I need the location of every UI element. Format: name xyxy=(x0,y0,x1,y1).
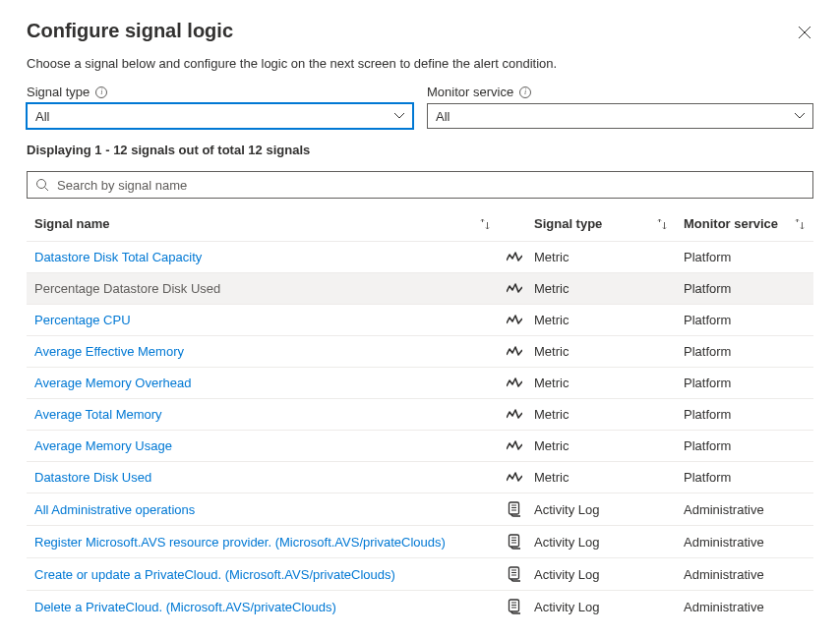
monitor-service-cell: Platform xyxy=(676,368,813,399)
metric-icon xyxy=(507,440,526,452)
metric-icon xyxy=(507,472,526,484)
monitor-service-cell: Platform xyxy=(676,336,813,368)
signal-name-link[interactable]: Average Memory Usage xyxy=(34,438,172,453)
signal-type-cell: Metric xyxy=(526,399,676,431)
panel-title: Configure signal logic xyxy=(27,20,233,42)
signal-type-value: All xyxy=(35,109,49,124)
table-row[interactable]: Datastore Disk Total CapacityMetricPlatf… xyxy=(27,242,813,273)
chevron-down-icon xyxy=(795,113,805,119)
monitor-service-select[interactable]: All xyxy=(427,103,813,129)
chevron-down-icon xyxy=(394,113,404,119)
monitor-service-cell: Platform xyxy=(676,462,813,493)
metric-icon xyxy=(507,252,526,263)
column-header-monitor[interactable]: Monitor service xyxy=(676,206,813,242)
table-row[interactable]: Average Memory UsageMetricPlatform xyxy=(27,431,813,462)
monitor-service-cell: Platform xyxy=(676,305,813,336)
monitor-service-label: Monitor service xyxy=(427,85,513,99)
signal-name-link[interactable]: Average Effective Memory xyxy=(34,344,184,359)
signal-type-cell: Activity Log xyxy=(526,493,676,526)
table-row[interactable]: Datastore Disk UsedMetricPlatform xyxy=(27,462,813,493)
monitor-service-cell: Administrative xyxy=(676,558,813,591)
signal-type-cell: Metric xyxy=(526,242,676,273)
table-row[interactable]: Average Memory OverheadMetricPlatform xyxy=(27,368,813,399)
signal-name-link[interactable]: Delete a PrivateCloud. (Microsoft.AVS/pr… xyxy=(34,600,336,614)
signal-type-cell: Metric xyxy=(526,462,676,493)
close-button[interactable] xyxy=(796,24,813,44)
svg-line-1 xyxy=(45,188,49,192)
column-header-name[interactable]: Signal name xyxy=(27,206,499,242)
column-header-type-label: Signal type xyxy=(534,216,602,231)
signal-type-label: Signal type xyxy=(27,85,90,99)
table-row[interactable]: Percentage CPUMetricPlatform xyxy=(27,305,813,336)
signal-name-link[interactable]: Average Total Memory xyxy=(34,407,162,422)
monitor-service-cell: Platform xyxy=(676,431,813,462)
monitor-service-cell: Administrative xyxy=(676,493,813,526)
monitor-service-cell: Administrative xyxy=(676,526,813,558)
table-row[interactable]: Average Total MemoryMetricPlatform xyxy=(27,399,813,431)
displaying-count: Displaying 1 - 12 signals out of total 1… xyxy=(27,143,813,157)
signal-type-cell: Metric xyxy=(526,273,676,305)
signal-name-link[interactable]: Average Memory Overhead xyxy=(34,376,191,390)
signal-name-link[interactable]: Percentage CPU xyxy=(34,313,131,327)
signal-type-cell: Metric xyxy=(526,368,676,399)
signal-type-cell: Activity Log xyxy=(526,591,676,623)
signal-name-link[interactable]: Create or update a PrivateCloud. (Micros… xyxy=(34,567,395,582)
sort-icon xyxy=(794,218,806,230)
monitor-service-cell: Platform xyxy=(676,399,813,431)
signal-type-select[interactable]: All xyxy=(27,103,413,129)
activity-log-icon xyxy=(507,599,526,614)
signal-name-link[interactable]: Datastore Disk Used xyxy=(34,470,151,485)
column-header-name-label: Signal name xyxy=(34,216,110,231)
sort-icon xyxy=(479,218,491,230)
signal-name-link[interactable]: Register Microsoft.AVS resource provider… xyxy=(34,535,446,550)
info-icon[interactable]: i xyxy=(95,87,107,98)
table-row[interactable]: Average Effective MemoryMetricPlatform xyxy=(27,336,813,368)
monitor-service-cell: Platform xyxy=(676,273,813,305)
metric-icon xyxy=(507,283,526,295)
close-icon xyxy=(798,26,811,39)
monitor-service-cell: Administrative xyxy=(676,591,813,623)
search-icon xyxy=(35,178,49,192)
metric-icon xyxy=(507,409,526,421)
signal-name-link[interactable]: Datastore Disk Total Capacity xyxy=(34,250,202,264)
activity-log-icon xyxy=(507,501,526,517)
metric-icon xyxy=(507,377,526,389)
search-box[interactable] xyxy=(27,171,813,199)
monitor-service-value: All xyxy=(436,109,450,124)
monitor-service-cell: Platform xyxy=(676,242,813,273)
metric-icon xyxy=(507,315,526,326)
metric-icon xyxy=(507,346,526,358)
table-row[interactable]: Register Microsoft.AVS resource provider… xyxy=(27,526,813,558)
signal-type-cell: Activity Log xyxy=(526,558,676,591)
signal-name-link[interactable]: Percentage Datastore Disk Used xyxy=(34,281,220,296)
table-row[interactable]: All Administrative operationsActivity Lo… xyxy=(27,493,813,526)
panel-description: Choose a signal below and configure the … xyxy=(27,56,813,71)
signal-name-link[interactable]: All Administrative operations xyxy=(34,502,195,517)
column-header-monitor-label: Monitor service xyxy=(684,216,778,231)
activity-log-icon xyxy=(507,566,526,582)
signal-type-cell: Metric xyxy=(526,431,676,462)
table-row[interactable]: Delete a PrivateCloud. (Microsoft.AVS/pr… xyxy=(27,591,813,623)
column-header-type[interactable]: Signal type xyxy=(526,206,676,242)
signal-type-cell: Metric xyxy=(526,305,676,336)
info-icon[interactable]: i xyxy=(519,87,531,98)
signal-type-cell: Metric xyxy=(526,336,676,368)
signals-table: Signal name Signal type Monitor service xyxy=(27,206,813,622)
table-row[interactable]: Percentage Datastore Disk UsedMetricPlat… xyxy=(27,273,813,305)
sort-icon xyxy=(656,218,668,230)
svg-point-0 xyxy=(37,180,46,189)
signal-type-cell: Activity Log xyxy=(526,526,676,558)
activity-log-icon xyxy=(507,534,526,550)
search-input[interactable] xyxy=(55,177,805,194)
table-row[interactable]: Create or update a PrivateCloud. (Micros… xyxy=(27,558,813,591)
